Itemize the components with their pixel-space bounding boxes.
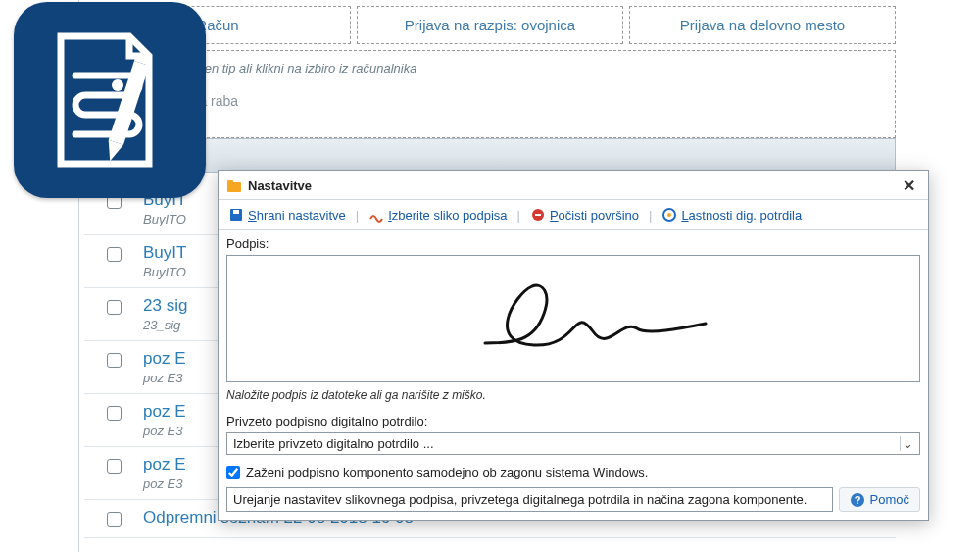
autostart-checkbox[interactable] xyxy=(226,466,240,479)
signature-canvas[interactable] xyxy=(226,255,920,382)
svg-rect-7 xyxy=(233,210,239,214)
help-button[interactable]: ? Pomoč xyxy=(839,487,920,512)
help-label: Pomoč xyxy=(870,492,909,507)
save-icon xyxy=(228,207,244,223)
default-cert-label: Privzeto podpisno digitalno potrdilo: xyxy=(226,414,920,428)
svg-point-10 xyxy=(667,213,671,217)
app-logo xyxy=(14,2,206,198)
default-cert-value: Izberite privzeto digitalno potrdilo ... xyxy=(233,436,434,451)
row-checkbox[interactable] xyxy=(107,406,122,421)
cert-properties-button[interactable]: Lastnosti dig. potrdila xyxy=(658,205,806,225)
row-checkbox[interactable] xyxy=(107,512,122,527)
dialog-title: Nastavitve xyxy=(248,178,312,193)
svg-point-0 xyxy=(112,79,123,91)
signature-label: Podpis: xyxy=(226,236,920,251)
autostart-label: Zaženi podpisno komponento samodejno ob … xyxy=(246,465,648,479)
help-icon: ? xyxy=(850,492,865,508)
svg-rect-4 xyxy=(227,182,241,192)
status-text: Urejanje nastavitev slikovnega podpisa, … xyxy=(226,487,833,512)
dialog-titlebar: Nastavitve ✕ xyxy=(219,171,928,199)
row-checkbox[interactable] xyxy=(107,459,122,474)
signature-hint: Naložite podpis iz datoteke ali ga nariš… xyxy=(226,388,920,402)
document-pen-icon xyxy=(41,26,178,174)
default-cert-select[interactable]: Izberite privzeto digitalno potrdilo ...… xyxy=(226,432,920,455)
autostart-checkbox-row[interactable]: Zaženi podpisno komponento samodejno ob … xyxy=(226,465,920,479)
section-header: dokumenta xyxy=(84,138,896,173)
certificate-icon xyxy=(662,207,677,223)
svg-rect-5 xyxy=(227,180,233,183)
clear-surface-button[interactable]: Počisti površino xyxy=(526,205,643,225)
signature-image-icon xyxy=(368,207,384,223)
dialog-toolbar: Shrani nastavitve | Izberite sliko podpi… xyxy=(219,199,928,230)
drop-hint: jih spusti na ustrezen tip ali klikni na… xyxy=(84,50,896,138)
save-settings-button[interactable]: Shrani nastavitve xyxy=(224,205,350,225)
folder-icon xyxy=(226,178,242,194)
row-checkbox[interactable] xyxy=(107,353,122,368)
close-button[interactable]: ✕ xyxy=(897,176,920,195)
signature-drawing xyxy=(426,275,720,363)
row-checkbox[interactable] xyxy=(107,300,122,315)
svg-text:?: ? xyxy=(854,494,860,506)
tab-delovno[interactable]: Prijava na delovno mesto xyxy=(629,6,896,44)
eraser-icon xyxy=(530,207,546,223)
pick-signature-image-button[interactable]: Izberite sliko podpisa xyxy=(365,205,511,225)
row-checkbox[interactable] xyxy=(107,247,122,262)
settings-dialog: Nastavitve ✕ Shrani nastavitve | Izberit… xyxy=(218,170,929,521)
tab-razpis[interactable]: Prijava na razpis: ovojnica xyxy=(357,6,623,44)
chevron-down-icon: ⌄ xyxy=(900,436,915,451)
